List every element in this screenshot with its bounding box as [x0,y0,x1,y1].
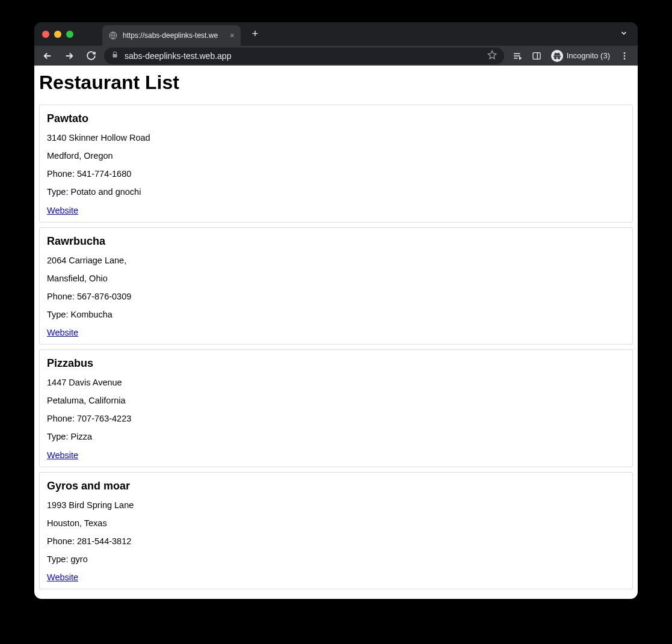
restaurant-card: Pawtato3140 Skinner Hollow RoadMedford, … [39,105,633,222]
close-tab-icon[interactable]: × [230,31,235,40]
media-control-icon[interactable] [509,48,526,64]
website-link[interactable]: Website [47,328,78,337]
reload-button[interactable] [82,48,99,64]
restaurant-name: Gyros and moar [47,480,625,492]
website-link[interactable]: Website [47,572,78,582]
restaurant-card: Gyros and moar1993 Bird Spring LaneHoust… [39,472,633,590]
url-text: sabs-deeplinks-test.web.app [125,51,481,61]
svg-point-2 [624,52,626,54]
website-link[interactable]: Website [47,450,78,460]
menu-button[interactable] [616,48,633,64]
restaurant-type: Type: gyro [47,554,625,565]
browser-window: https://sabs-deeplinks-test.we × + sabs-… [34,22,638,599]
restaurant-name: Pawtato [47,112,625,125]
incognito-icon [551,50,563,62]
restaurant-phone: Phone: 281-544-3812 [47,536,625,547]
browser-tab[interactable]: https://sabs-deeplinks-test.we × [102,25,241,46]
side-panel-icon[interactable] [528,48,545,64]
restaurant-city: Medford, Oregon [47,150,625,161]
address-bar[interactable]: sabs-deeplinks-test.web.app [104,48,504,64]
restaurant-name: Pizzabus [47,357,625,370]
tab-bar: https://sabs-deeplinks-test.we × + [34,22,638,46]
back-button[interactable] [39,48,56,64]
maximize-window-button[interactable] [66,31,73,38]
restaurant-phone: Phone: 567-876-0309 [47,291,625,302]
incognito-label: Incognito (3) [567,51,610,60]
incognito-indicator[interactable]: Incognito (3) [547,50,614,62]
restaurant-type: Type: Potato and gnochi [47,186,625,197]
page-title: Restaurant List [39,72,633,94]
globe-icon [108,31,118,40]
restaurant-card: Rawrbucha2064 Carriage Lane,Mansfield, O… [39,227,633,345]
restaurant-card: Pizzabus1447 Davis AvenuePetaluma, Calif… [39,349,633,467]
toolbar-right: Incognito (3) [509,48,633,64]
close-window-button[interactable] [42,31,49,38]
restaurant-address: 1993 Bird Spring Lane [47,500,625,511]
tabs-dropdown-icon[interactable] [620,29,628,39]
bookmark-star-icon[interactable] [487,50,497,62]
tab-title: https://sabs-deeplinks-test.we [123,31,225,40]
restaurant-city: Houston, Texas [47,518,625,529]
restaurant-phone: Phone: 707-763-4223 [47,413,625,424]
svg-rect-1 [533,52,540,59]
restaurant-name: Rawrbucha [47,235,625,248]
restaurant-type: Type: Pizza [47,431,625,442]
svg-point-4 [624,58,626,60]
restaurant-city: Petaluma, California [47,395,625,406]
minimize-window-button[interactable] [54,31,61,38]
window-controls [42,31,73,38]
forward-button[interactable] [61,48,78,64]
viewport: Restaurant List Pawtato3140 Skinner Holl… [34,66,638,599]
restaurant-address: 3140 Skinner Hollow Road [47,132,625,143]
restaurant-type: Type: Kombucha [47,309,625,320]
page-content[interactable]: Restaurant List Pawtato3140 Skinner Holl… [34,66,638,599]
lock-icon [111,51,119,60]
toolbar: sabs-deeplinks-test.web.app Incognito (3… [34,46,638,66]
restaurant-phone: Phone: 541-774-1680 [47,168,625,179]
restaurant-address: 1447 Davis Avenue [47,377,625,388]
restaurant-address: 2064 Carriage Lane, [47,255,625,266]
new-tab-button[interactable]: + [247,26,264,43]
svg-point-3 [624,55,626,57]
website-link[interactable]: Website [47,206,78,215]
restaurant-city: Mansfield, Ohio [47,273,625,284]
